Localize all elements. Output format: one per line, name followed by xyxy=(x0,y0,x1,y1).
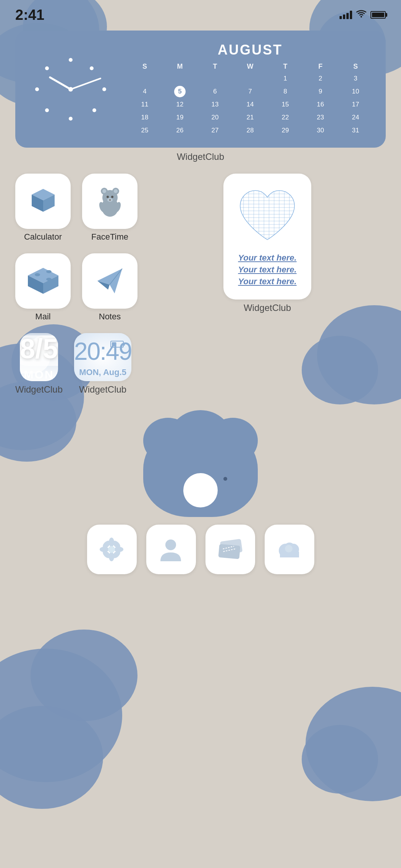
clock-calendar-widget[interactable]: AUGUST S M T W T F S 1 2 3 4 5 6 xyxy=(15,31,386,148)
white-circle xyxy=(183,473,218,507)
heart-widget-container: Your text here. Your text here. Your tex… xyxy=(149,174,386,313)
widgets-row: 8/5 MON WidgetClub 20:49 MON, Aug.5 Widg… xyxy=(15,333,386,395)
bottom-section xyxy=(15,406,386,574)
svg-point-20 xyxy=(46,270,52,273)
clock-widget-label: WidgetClub xyxy=(79,384,126,395)
clock-widget-date: MON, Aug.5 xyxy=(79,367,126,377)
app-grid-left: Calculator xyxy=(15,174,137,322)
weather-widget-label: WidgetClub xyxy=(15,384,63,395)
heart-widget[interactable]: Your text here. Your text here. Your tex… xyxy=(223,174,311,300)
person-app[interactable] xyxy=(146,525,196,574)
svg-point-8 xyxy=(102,189,106,193)
calculator-label: Calculator xyxy=(24,232,62,242)
status-bar: 2:41 xyxy=(0,0,401,23)
calculator-app[interactable]: Calculator xyxy=(15,174,71,242)
hour-hand xyxy=(49,76,71,90)
svg-point-21 xyxy=(46,278,52,281)
svg-point-58 xyxy=(108,546,115,553)
calendar-grid: S M T W T F S 1 2 3 4 5 6 7 8 xyxy=(128,62,372,136)
facetime-label: FaceTime xyxy=(91,232,128,242)
main-content: AUGUST S M T W T F S 1 2 3 4 5 6 xyxy=(0,23,401,582)
notes-label: Notes xyxy=(99,312,121,322)
bottom-cloud xyxy=(136,406,265,517)
heart-widget-text: Your text here. Your text here. Your tex… xyxy=(238,252,296,287)
status-time: 2:41 xyxy=(15,7,44,23)
today-date: 5 xyxy=(174,86,186,97)
weather-temp: 8/5 xyxy=(20,333,58,364)
tickets-icon xyxy=(215,537,246,562)
svg-point-9 xyxy=(114,189,118,193)
clock-widget[interactable]: 20:49 MON, Aug.5 xyxy=(74,333,131,381)
app-grid-row: Calculator xyxy=(15,174,386,322)
weather-day: MON xyxy=(24,368,54,381)
battery-icon xyxy=(370,11,386,19)
calendar-month: AUGUST xyxy=(128,42,372,58)
heart-widget-label: WidgetClub xyxy=(244,303,291,313)
clock-widget-container: 20:49 MON, Aug.5 WidgetClub xyxy=(74,333,131,395)
tickets-app[interactable] xyxy=(205,525,255,574)
weather-widget[interactable]: 8/5 MON xyxy=(20,333,58,381)
weather-widget-container: 8/5 MON WidgetClub xyxy=(15,333,63,395)
svg-rect-61 xyxy=(218,544,240,559)
calendar-section: AUGUST S M T W T F S 1 2 3 4 5 6 xyxy=(128,42,372,136)
calculator-icon[interactable] xyxy=(15,174,71,229)
facetime-icon[interactable] xyxy=(82,174,137,229)
svg-point-68 xyxy=(285,545,293,552)
person-icon xyxy=(157,535,185,564)
clock-widget-time: 20:49 xyxy=(74,337,131,366)
cloud-icon xyxy=(274,537,305,562)
svg-point-19 xyxy=(35,273,40,276)
svg-rect-67 xyxy=(280,552,299,557)
facetime-app[interactable]: FaceTime xyxy=(82,174,137,242)
svg-point-10 xyxy=(107,196,109,198)
flower-app[interactable] xyxy=(87,525,137,574)
svg-point-0 xyxy=(361,16,362,18)
signal-icon xyxy=(340,11,352,19)
notes-app[interactable]: Notes xyxy=(82,253,137,322)
clock-calendar-widget-label: WidgetClub xyxy=(15,151,386,162)
dock-row xyxy=(15,525,386,574)
mail-label: Mail xyxy=(35,312,50,322)
status-icons xyxy=(340,10,386,20)
svg-point-13 xyxy=(109,199,111,201)
minute-hand xyxy=(70,77,101,90)
svg-point-11 xyxy=(111,196,113,198)
clock-face xyxy=(29,47,113,131)
svg-marker-22 xyxy=(97,269,122,293)
mail-app[interactable]: Mail xyxy=(15,253,71,322)
mail-icon[interactable] xyxy=(15,253,71,309)
wifi-icon xyxy=(356,10,367,20)
flower-icon xyxy=(97,535,126,564)
weather-app[interactable] xyxy=(265,525,314,574)
svg-point-59 xyxy=(165,539,176,550)
heart-wireframe-icon xyxy=(233,185,302,246)
notes-icon[interactable] xyxy=(82,253,137,309)
